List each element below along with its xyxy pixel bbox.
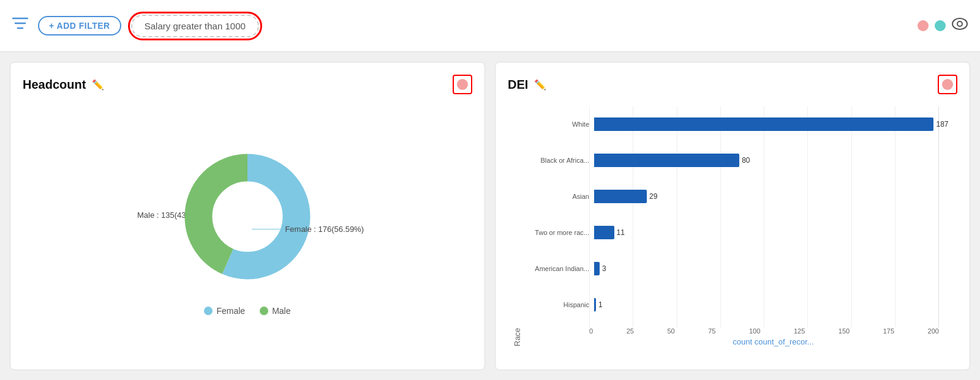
bar-label: American Indian... [522,265,589,272]
legend-male: Male [260,306,290,316]
headcount-title: Headcount [23,78,86,92]
headcount-title-area: Headcount ✏️ [23,78,104,92]
svg-point-4 [213,182,282,251]
dei-card-header: DEI ✏️ [508,75,957,94]
headcount-indicator-button[interactable] [453,75,472,94]
bar-row: Hispanic1 [522,296,957,313]
active-filter-tag[interactable]: Salary greater than 1000 [131,15,259,37]
bar-label: Asian [522,193,589,200]
x-axis-ticks: 0 25 50 75 100 125 150 175 200 [589,327,957,336]
bar-value-label: 11 [614,228,625,237]
x-tick-50: 50 [667,327,674,335]
chart-inner: Race [508,106,957,346]
dei-indicator-dot [942,79,953,90]
bar-track: 1 [594,298,957,311]
bar-row: American Indian...3 [522,260,957,277]
headcount-indicator-dot [457,79,468,90]
x-tick-175: 175 [883,327,894,335]
female-label-area: Female : 176(56.59%) [252,225,364,234]
dei-title: DEI [508,78,528,92]
bar-label: Black or Africa... [522,157,589,164]
eye-icon[interactable] [952,18,968,34]
dei-title-area: DEI ✏️ [508,78,546,92]
y-axis-label: Race [508,106,522,346]
bar-row: White187 [522,116,957,133]
bar-value-label: 1 [596,300,603,309]
x-tick-0: 0 [589,327,593,335]
dei-card: DEI ✏️ Race [495,62,970,370]
chart-legend: Female Male [204,306,290,316]
bar-track: 29 [594,190,957,203]
bar-fill [594,262,600,275]
bar-fill [594,117,933,131]
bar-fill [594,226,614,239]
bar-row: Asian29 [522,188,957,205]
svg-point-1 [957,21,962,26]
bar-row: Two or more rac...11 [522,224,957,241]
x-tick-100: 100 [749,327,760,335]
bar-label: Two or more rac... [522,229,589,236]
x-tick-75: 75 [708,327,715,335]
dei-indicator-button[interactable] [938,75,957,94]
bar-fill [594,190,647,203]
bar-row: Black or Africa...80 [522,152,957,169]
bar-fill [594,154,739,167]
headcount-card: Headcount ✏️ Male : 135(43.41%) [10,62,485,370]
bar-track: 3 [594,262,957,275]
dei-bar-chart: Race [508,100,957,352]
x-axis-label: count count_of_recor... [589,337,957,346]
dei-edit-icon[interactable]: ✏️ [534,79,546,91]
x-tick-25: 25 [627,327,634,335]
female-legend-label: Female [216,306,245,316]
x-tick-150: 150 [839,327,850,335]
x-tick-200: 200 [928,327,939,335]
bar-label: Hispanic [522,301,589,308]
headcount-edit-icon[interactable]: ✏️ [92,79,104,91]
bar-track: 80 [594,154,957,167]
bar-value-label: 3 [600,264,606,273]
teal-dot-indicator [935,20,946,31]
female-label: Female : 176(56.59%) [285,225,364,234]
top-bar: + ADD FILTER Salary greater than 1000 [0,0,980,52]
headcount-card-header: Headcount ✏️ [23,75,472,94]
female-legend-dot [204,307,213,315]
top-bar-right [918,18,968,34]
pink-dot-indicator [918,20,929,31]
male-legend-label: Male [272,306,290,316]
bar-value-label: 80 [739,156,750,165]
male-legend-dot [260,307,268,315]
x-tick-125: 125 [794,327,805,335]
filter-icon [12,17,28,34]
grid-lines [589,106,939,327]
add-filter-button[interactable]: + ADD FILTER [38,16,121,35]
donut-chart-container: Male : 135(43.41%) [23,100,472,352]
bar-label: White [522,121,589,128]
bar-value-label: 187 [933,120,948,129]
donut-chart [180,149,315,284]
bar-track: 11 [594,226,957,239]
main-content: Headcount ✏️ Male : 135(43.41%) [0,52,980,380]
svg-point-0 [952,18,967,29]
bar-track: 187 [594,117,957,131]
legend-female: Female [204,306,245,316]
bar-value-label: 29 [647,192,657,201]
